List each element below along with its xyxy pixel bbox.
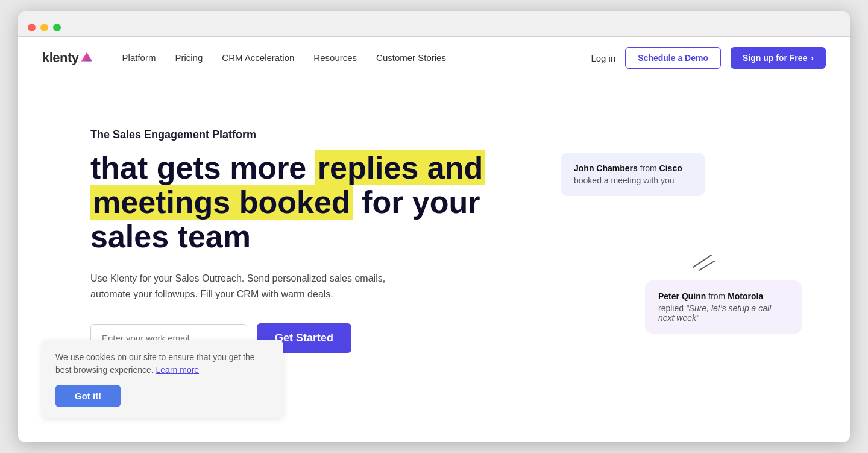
login-button[interactable]: Log in: [591, 53, 615, 63]
hero-title-highlight2: meetings booked: [90, 185, 353, 220]
cookie-learn-more[interactable]: Learn more: [156, 365, 200, 375]
browser-window: klenty Platform Pricing CRM Acceleration…: [18, 11, 850, 442]
hero-subtitle: The Sales Engagement Platform: [90, 128, 500, 141]
hero-section: The Sales Engagement Platform that gets …: [18, 80, 850, 442]
nav-item-crm[interactable]: CRM Acceleration: [222, 52, 294, 63]
meeting-card-1: John Chambers from Cisco booked a meetin…: [561, 153, 705, 196]
nav-actions: Log in Schedule a Demo Sign up for Free …: [591, 47, 826, 69]
hero-description: Use Klenty for your Sales Outreach. Send…: [90, 271, 416, 302]
hero-cards: John Chambers from Cisco booked a meetin…: [549, 128, 802, 370]
hero-title-part1: that gets more: [90, 150, 315, 185]
navbar: klenty Platform Pricing CRM Acceleration…: [18, 37, 850, 80]
nav-links: Platform Pricing CRM Acceleration Resour…: [122, 52, 591, 63]
nav-item-resources[interactable]: Resources: [313, 52, 357, 63]
card2-company: Motorola: [728, 291, 763, 301]
nav-item-platform[interactable]: Platform: [122, 52, 156, 63]
cookie-message: We use cookies on our site to ensure tha…: [55, 352, 255, 375]
hero-title: that gets more replies andmeetings booke…: [90, 151, 500, 255]
maximize-button[interactable]: [53, 24, 61, 31]
nav-item-customer-stories[interactable]: Customer Stories: [376, 52, 446, 63]
close-button[interactable]: [28, 24, 36, 31]
minimize-button[interactable]: [40, 24, 48, 31]
nav-item-pricing[interactable]: Pricing: [175, 52, 203, 63]
card1-name: John Chambers from Cisco: [574, 163, 692, 173]
logo-icon: [80, 51, 93, 65]
cookie-banner: We use cookies on our site to ensure tha…: [42, 340, 283, 418]
cookie-text: We use cookies on our site to ensure tha…: [55, 351, 270, 376]
logo[interactable]: klenty: [42, 50, 93, 66]
meeting-card-2: Peter Quinn from Motorola replied “Sure,…: [645, 280, 802, 334]
signup-button[interactable]: Sign up for Free ›: [731, 47, 826, 69]
nav-link-resources[interactable]: Resources: [313, 52, 357, 63]
demo-button[interactable]: Schedule a Demo: [625, 47, 721, 69]
nav-link-customer-stories[interactable]: Customer Stories: [376, 52, 446, 63]
logo-text: klenty: [42, 50, 79, 66]
card2-person: Peter Quinn: [658, 291, 706, 301]
nav-link-pricing[interactable]: Pricing: [175, 52, 203, 63]
signup-label: Sign up for Free: [743, 53, 807, 63]
nav-link-platform[interactable]: Platform: [122, 52, 156, 63]
browser-chrome: [18, 11, 850, 37]
cookie-accept-button[interactable]: Got it!: [55, 385, 121, 407]
card1-company: Cisco: [659, 163, 682, 173]
card2-name: Peter Quinn from Motorola: [658, 291, 788, 301]
nav-link-crm[interactable]: CRM Acceleration: [222, 52, 294, 63]
card1-person: John Chambers: [574, 163, 638, 173]
svg-line-5: [693, 255, 711, 267]
svg-line-6: [699, 261, 714, 270]
hero-title-highlight1: replies and: [315, 150, 486, 185]
hero-content: The Sales Engagement Platform that gets …: [90, 116, 500, 373]
card2-action: replied “Sure, let’s setup a call next w…: [658, 303, 788, 323]
signup-arrow: ›: [811, 53, 814, 63]
card1-action: booked a meeting with you: [574, 176, 692, 185]
deco-lines-mid: [687, 249, 723, 279]
